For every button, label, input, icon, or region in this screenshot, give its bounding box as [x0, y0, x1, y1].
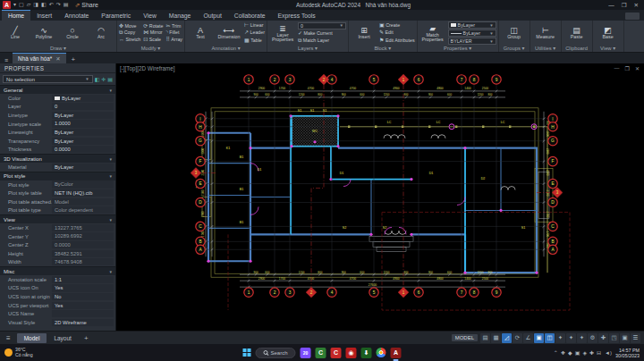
redo-icon[interactable]: ↷ — [56, 1, 61, 9]
property-value[interactable]: 2D Wireframe — [52, 319, 114, 326]
polyline-button[interactable]: ∿Polyline — [30, 26, 57, 40]
save-icon[interactable]: ◨ — [33, 1, 38, 9]
line-button[interactable]: ╱Line — [2, 26, 29, 40]
layer-dropdown[interactable]: 0▼ — [298, 22, 346, 29]
snap-icon[interactable]: ◿ — [502, 333, 512, 343]
weather-widget[interactable]: 36°C Có nắng — [0, 348, 33, 357]
palette-section-3d-visualization[interactable]: 3D Visualization▾ — [0, 154, 115, 163]
search-input[interactable]: Search — [255, 348, 295, 358]
file-tab-close-icon[interactable]: ✕ — [55, 55, 60, 62]
palette-section-misc[interactable]: Misc▾ — [0, 266, 115, 275]
tray-icon[interactable]: ⌃ — [554, 349, 558, 356]
scale-button[interactable]: ⊡Scale — [143, 37, 163, 44]
tab-layout[interactable]: Layout — [47, 333, 79, 343]
stretch-button[interactable]: ↔Stretch — [119, 37, 140, 44]
tray-icon[interactable]: ⊟ — [597, 349, 601, 356]
move-button[interactable]: ✥Move — [119, 23, 140, 30]
new-icon[interactable]: ▢ — [19, 1, 24, 9]
property-value[interactable]: ByLayer — [52, 138, 114, 145]
menu-icon[interactable]: ☰ — [631, 333, 640, 343]
property-value[interactable]: 13227.3765 — [52, 224, 114, 231]
create-button[interactable]: ▣Create — [379, 22, 415, 29]
layout-icon[interactable]: ▤ — [480, 333, 490, 343]
drawing-canvas[interactable]: [-][Top][2D Wireframe] — ❐ ✕ — [116, 63, 644, 331]
angle-icon[interactable]: ∠ — [523, 333, 533, 343]
panel-title-draw[interactable]: Draw ▾ — [2, 45, 114, 52]
select-objects-icon[interactable]: ✛ — [101, 76, 106, 82]
polar-icon[interactable]: ⟳ — [513, 333, 522, 343]
plot-icon[interactable]: ▤ — [64, 1, 69, 9]
minimize-button[interactable]: — — [608, 2, 614, 9]
property-value[interactable]: Yes — [52, 284, 114, 291]
circle-button[interactable]: ○Circle — [59, 26, 86, 40]
ribbon-tab-home[interactable]: Home — [2, 10, 30, 21]
arc-button[interactable]: ◠Arc — [88, 26, 114, 40]
volume-icon[interactable]: ◄) — [605, 350, 612, 356]
mirror-button[interactable]: ⋈Mirror — [143, 29, 163, 37]
property-value[interactable]: ByLayer — [52, 164, 114, 171]
property-value[interactable]: ByLayer — [52, 95, 114, 102]
property-value[interactable]: 10289.6992 — [52, 232, 114, 239]
group-button[interactable]: ◫Group — [501, 26, 528, 40]
otrack-icon[interactable]: ◫ — [545, 333, 555, 343]
panel-title-modify[interactable]: Modify ▾ — [119, 45, 182, 52]
osnap-icon[interactable]: ▣ — [534, 333, 544, 343]
panel-title-utilities[interactable]: Utilities ▾ — [532, 45, 559, 52]
property-value[interactable]: 0 — [52, 103, 114, 110]
measure-button[interactable]: ⊢Measure — [532, 26, 559, 40]
app-menu-caret-icon[interactable]: ▾ — [13, 1, 16, 9]
array-button[interactable]: ⠿Array — [165, 37, 182, 44]
app-c-green-icon[interactable]: C — [316, 348, 326, 358]
ribbon-tab-express-tools[interactable]: Express Tools — [272, 11, 322, 21]
leader-button[interactable]: ↗Leader — [244, 29, 265, 37]
open-icon[interactable]: ▱ — [27, 1, 31, 9]
share-button[interactable]: ⇗Share — [74, 2, 98, 9]
annotation-visibility-icon[interactable]: ✦ — [555, 333, 565, 343]
panel-title-block[interactable]: Block ▾ — [351, 45, 415, 52]
panel-title-annotation[interactable]: Annotation ▾ — [187, 45, 265, 52]
bylayer-dropdown[interactable]: ByLayer▼ — [448, 29, 496, 37]
customize-plus-icon[interactable]: ✚ — [598, 333, 608, 343]
clean-screen-icon[interactable]: ▣ — [620, 333, 630, 343]
model-space-badge[interactable]: MODEL — [452, 334, 478, 341]
quick-select-icon[interactable]: ▤ — [107, 76, 113, 82]
system-tray[interactable]: ⌃❖◆▣◈✚⊟ — [554, 349, 601, 356]
tray-icon[interactable]: ❖ — [561, 349, 565, 356]
property-value[interactable]: ByLayer — [52, 129, 114, 136]
ribbon-tab-output[interactable]: Output — [197, 11, 227, 21]
copy-button[interactable]: ⧉Copy — [119, 29, 140, 37]
panel-title-clipboard[interactable]: Clipboard — [564, 45, 590, 52]
dimension-button[interactable]: ⟷Dimension — [216, 26, 242, 40]
ribbon-tab-view[interactable]: View — [137, 11, 163, 21]
match-layer-button[interactable]: ⧉Match Layer — [298, 38, 346, 45]
app-c-red-icon[interactable]: C — [331, 348, 342, 358]
palette-section-general[interactable]: General▾ — [0, 85, 115, 94]
property-value[interactable]: ByColor — [52, 180, 114, 188]
tray-icon[interactable]: ◆ — [568, 349, 572, 356]
panel-title-layers[interactable]: Layers ▾ — [269, 45, 346, 52]
taskbar-clock[interactable]: 14:57 PM 30/05/2023 — [615, 348, 640, 358]
ribbon-tab-collaborate[interactable]: Collaborate — [228, 11, 272, 21]
autoscale-icon[interactable]: ✦ — [566, 333, 576, 343]
property-value[interactable]: 1.0000 — [52, 120, 114, 127]
layout-tab-menu-icon[interactable]: ≡ — [0, 334, 17, 342]
paste-button[interactable]: ▤Paste — [564, 26, 590, 40]
linear-button[interactable]: ⊢Linear — [244, 22, 265, 29]
new-layout-button[interactable]: + — [79, 334, 94, 342]
viewport-controls[interactable]: [-][Top][2D Wireframe] — [120, 65, 175, 71]
property-value[interactable]: Color dependent — [52, 206, 114, 214]
ribbon-options-box[interactable] — [625, 13, 640, 20]
property-value[interactable]: NET IN (HQ).ctb — [52, 189, 114, 197]
autocad-logo[interactable]: A — [3, 1, 11, 9]
ribbon-tab-parametric[interactable]: Parametric — [95, 11, 137, 21]
close-button[interactable]: ✕ — [634, 2, 639, 9]
floor-plan-drawing[interactable]: 2900900600170047001200800470090060049001… — [116, 63, 644, 331]
undo-icon[interactable]: ↶ — [49, 1, 54, 9]
tray-icon[interactable]: ✚ — [589, 349, 594, 356]
property-value[interactable]: 0.0000 — [52, 146, 114, 153]
autocad-icon[interactable]: A — [391, 348, 402, 358]
doc-restore-button[interactable]: ❐ — [625, 65, 630, 71]
doc-minimize-button[interactable]: — — [614, 65, 620, 71]
property-value[interactable]: No — [52, 293, 114, 300]
panel-title-properties[interactable]: Properties ▾ — [419, 45, 496, 52]
